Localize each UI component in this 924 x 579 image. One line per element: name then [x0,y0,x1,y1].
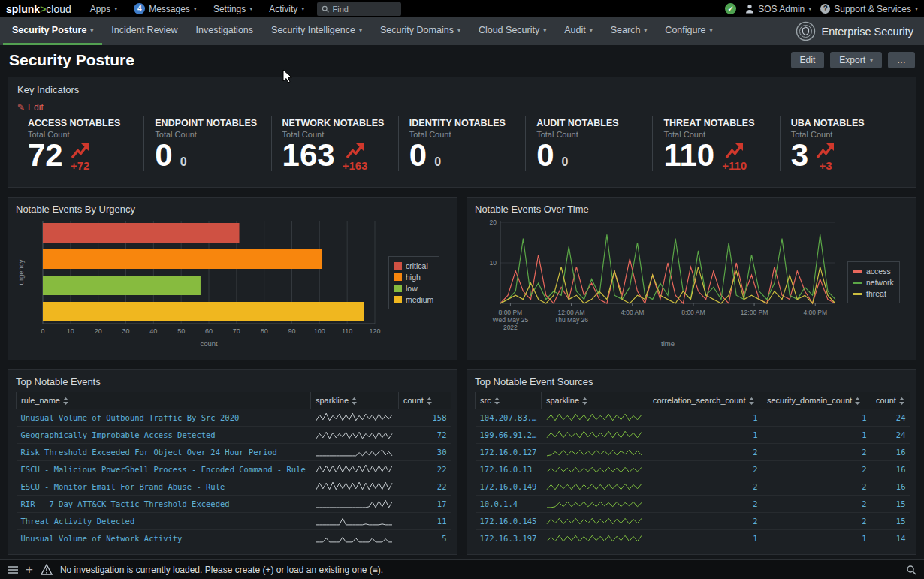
cell-rule-name[interactable]: Risk Threshold Exceeded For Object Over … [17,444,311,461]
cell-src[interactable]: 199.66.91.253 [476,427,542,444]
cell-count[interactable]: 30 [399,444,451,461]
cell-src[interactable]: 172.16.0.127 [476,444,542,461]
cell-correlation-search-count[interactable]: 1 [648,427,762,444]
kpi-tile-endpoint-notables[interactable]: ENDPOINT NOTABLESTotal Count00 [143,116,270,171]
cell-correlation-search-count[interactable]: 1 [648,530,762,547]
cell-correlation-search-count[interactable]: 2 [648,478,762,496]
cell-src[interactable]: 172.16.0.13 [476,461,542,478]
cell-count[interactable]: 16 [871,444,910,461]
more-actions-button[interactable]: … [888,52,915,68]
cell-count[interactable]: 16 [871,478,910,496]
export-button[interactable]: Export ▾ [830,52,882,68]
bar-medium[interactable] [43,302,364,321]
over-time-line-chart[interactable]: 10208:00 PMWed May 25202212:00 AMThu May… [475,216,908,348]
tab-security-posture[interactable]: Security Posture▾ [3,17,102,45]
legend-label: medium [406,295,433,304]
kpi-tile-access-notables[interactable]: ACCESS NOTABLESTotal Count72+72 [17,116,143,171]
cell-count[interactable]: 24 [871,427,910,444]
cell-src[interactable]: 104.207.83.63 [476,409,542,427]
cell-count[interactable]: 72 [399,427,451,444]
cell-count[interactable]: 22 [399,478,451,496]
cell-security-domain-count[interactable]: 2 [762,513,871,530]
tab-investigations[interactable]: Investigations [187,17,262,45]
edit-key-indicators-link[interactable]: ✎ Edit [17,102,44,113]
cell-security-domain-count[interactable]: 2 [762,496,871,513]
cell-security-domain-count[interactable]: 2 [762,444,871,461]
tab-audit[interactable]: Audit▾ [555,17,602,45]
cell-correlation-search-count[interactable]: 2 [648,496,762,513]
column-header-rule-name[interactable]: rule_name [17,392,311,409]
cell-rule-name[interactable]: Geographically Improbable Access Detecte… [17,427,311,444]
cell-count[interactable]: 5 [399,530,451,547]
tab-cloud-security[interactable]: Cloud Security▾ [470,17,555,45]
menu-messages[interactable]: 4Messages▾ [125,0,205,17]
cell-rule-name[interactable]: ESCU - Malicious PowerShell Process - En… [17,461,311,478]
kpi-tile-network-notables[interactable]: NETWORK NOTABLESTotal Count163+163 [271,116,398,171]
cell-count[interactable]: 158 [399,409,451,427]
kpi-tile-threat-notables[interactable]: THREAT NOTABLESTotal Count110+110 [652,116,779,171]
table-row: Risk Threshold Exceeded For Object Over … [17,444,451,461]
menu-apps[interactable]: Apps▾ [82,0,125,17]
investigation-list-icon[interactable] [8,565,18,574]
splunk-cloud-logo[interactable]: splunk>cloud [6,3,71,15]
cell-count[interactable]: 15 [871,496,910,513]
kpi-tile-audit-notables[interactable]: AUDIT NOTABLESTotal Count00 [525,116,652,171]
kpi-tile-uba-notables[interactable]: UBA NOTABLESTotal Count3+3 [780,116,907,171]
cell-rule-name[interactable]: Unusual Volume of Outbound Traffic By Sr… [17,409,311,427]
column-header-security-domain-count[interactable]: security_domain_count [762,392,871,409]
cell-security-domain-count[interactable]: 2 [762,478,871,496]
cell-count[interactable]: 15 [871,513,910,530]
urgency-bar-chart[interactable]: 0102030405060708090100110120counturgency… [16,216,449,348]
column-header-sparkline[interactable]: sparkline [311,392,399,409]
column-header-count[interactable]: count [871,392,910,409]
cell-src[interactable]: 172.16.0.145 [476,513,542,530]
bar-critical[interactable] [43,223,240,243]
edit-button[interactable]: Edit [791,52,825,68]
status-ok-icon[interactable]: ✓ [725,3,736,14]
cell-rule-name[interactable]: Threat Activity Detected [17,513,311,530]
cell-count[interactable]: 14 [871,530,910,547]
cell-rule-name[interactable]: ESCU - Monitor Email For Brand Abuse - R… [17,478,311,496]
bar-high[interactable] [43,249,322,269]
cell-src[interactable]: 172.16.0.149 [476,478,542,496]
support-menu[interactable]: ? Support & Services ▾ [820,4,918,14]
sparkline [316,463,393,475]
menu-activity[interactable]: Activity▾ [261,0,313,17]
cell-src[interactable]: 172.16.3.197 [476,530,542,547]
cell-correlation-search-count[interactable]: 2 [648,444,762,461]
column-header-src[interactable]: src [476,392,542,409]
cell-count[interactable]: 22 [399,461,451,478]
kpi-value: 0 [155,140,172,171]
cell-security-domain-count[interactable]: 1 [762,530,871,547]
investigation-search-icon[interactable] [906,565,916,575]
cell-count[interactable]: 24 [871,409,910,427]
create-investigation-icon[interactable]: + [26,562,33,577]
cell-src[interactable]: 10.0.1.4 [476,496,542,513]
cell-security-domain-count[interactable]: 1 [762,427,871,444]
column-header-correlation-search-count[interactable]: correlation_search_count [648,392,762,409]
cell-count[interactable]: 11 [399,513,451,530]
cell-correlation-search-count[interactable]: 2 [648,461,762,478]
cell-correlation-search-count[interactable]: 2 [648,513,762,530]
cell-security-domain-count[interactable]: 2 [762,461,871,478]
column-header-sparkline[interactable]: sparkline [542,392,648,409]
tab-search[interactable]: Search▾ [602,17,657,45]
tab-configure[interactable]: Configure▾ [656,17,721,45]
menu-settings[interactable]: Settings▾ [205,0,261,17]
bar-low[interactable] [43,276,201,295]
cell-security-domain-count[interactable]: 1 [762,409,871,427]
find-search[interactable] [317,2,401,16]
sparkline [316,411,393,423]
user-menu[interactable]: SOS Admin ▾ [745,4,811,14]
cell-rule-name[interactable]: Unusual Volume of Network Activity [17,530,311,547]
find-input[interactable] [333,5,397,14]
tab-security-intelligence[interactable]: Security Intelligence▾ [262,17,371,45]
cell-rule-name[interactable]: RIR - 7 Day ATT&CK Tactic Threshold Exce… [17,496,311,513]
column-header-count[interactable]: count [399,392,451,409]
kpi-tile-identity-notables[interactable]: IDENTITY NOTABLESTotal Count00 [398,116,525,171]
cell-count[interactable]: 16 [871,461,910,478]
cell-count[interactable]: 17 [399,496,451,513]
cell-correlation-search-count[interactable]: 1 [648,409,762,427]
tab-incident-review[interactable]: Incident Review [102,17,186,45]
tab-security-domains[interactable]: Security Domains▾ [371,17,470,45]
